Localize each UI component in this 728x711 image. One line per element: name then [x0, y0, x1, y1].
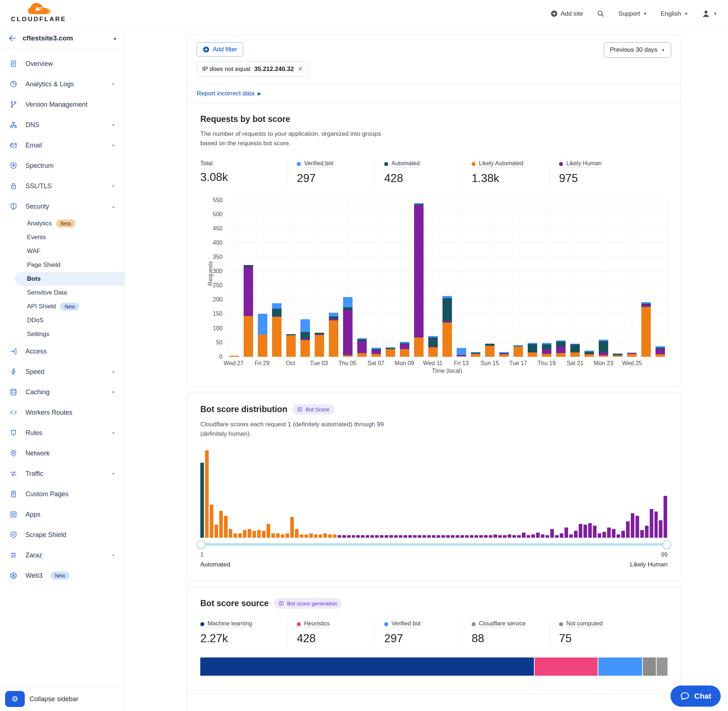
slider-handle-max[interactable]: [663, 540, 671, 549]
collapse-sidebar-button[interactable]: Collapse sidebar: [30, 695, 78, 703]
bot-score-badge[interactable]: Bot Score: [292, 404, 334, 415]
settings-gear-button[interactable]: ⚙: [5, 691, 25, 707]
bar-segment-likely-automated: [329, 320, 338, 356]
bot-score-generation-badge[interactable]: Bot score generation: [274, 598, 342, 609]
histogram-bar-score-34: [356, 535, 360, 538]
gear-icon: ⚙: [12, 695, 19, 704]
x-tick-label: Thu 05: [338, 360, 357, 367]
support-menu[interactable]: Support ▼: [619, 10, 647, 18]
slider-ends: 1 99: [200, 552, 667, 558]
stacked-bar: [528, 343, 537, 357]
sidebar-item-custom-pages[interactable]: Custom Pages: [0, 484, 124, 504]
chevron-down-icon: ▼: [111, 370, 115, 374]
sidebar-item-sensitive-data[interactable]: Sensitive Data: [0, 286, 124, 299]
language-menu[interactable]: English ▼: [661, 10, 688, 18]
stat-label-text[interactable]: Likely Automated: [479, 160, 523, 168]
stat-label-text[interactable]: Heuristics: [304, 620, 329, 628]
sidebar-item-web3[interactable]: Web3New: [0, 565, 124, 586]
report-incorrect-data-link[interactable]: Report incorrect data ▶: [196, 90, 261, 97]
stacked-bar: [613, 354, 622, 357]
cloudflare-logo[interactable]: CLOUDFLARE: [11, 2, 69, 26]
histogram-bar-score-19: [285, 533, 289, 538]
sidebar-item-zaraz[interactable]: Zaraz▼: [0, 545, 124, 565]
sidebar-item-traffic[interactable]: Traffic▼: [0, 463, 124, 484]
stat-not-computed: Not computed75: [549, 620, 636, 647]
histogram-bar-score-70: [527, 535, 530, 538]
sidebar-item-overview[interactable]: Overview: [0, 53, 124, 74]
sidebar-item-ddos[interactable]: DDoS: [0, 313, 124, 327]
sidebar-item-label: Speed: [25, 368, 44, 376]
chart-bar-slot: [241, 200, 255, 357]
stacked-bar: [542, 343, 551, 357]
rules-icon: [9, 429, 18, 437]
sidebar-item-speed[interactable]: Speed▼: [0, 361, 124, 382]
sidebar-item-network[interactable]: Network: [0, 443, 124, 463]
speed-icon: [9, 368, 18, 376]
histogram-bar-score-50: [432, 535, 436, 538]
chart-bar-slot: [511, 200, 525, 357]
sidebar-item-caching[interactable]: Caching▼: [0, 382, 124, 402]
stacked-bar: [641, 302, 651, 357]
sidebar-item-access[interactable]: Access: [0, 341, 124, 361]
stat-label-text[interactable]: Automated: [391, 160, 419, 168]
site-expand-icon[interactable]: ▸: [114, 36, 117, 41]
stat-label-text[interactable]: Likely Human: [566, 160, 602, 168]
histogram-bar-score-83: [588, 523, 592, 538]
bar-segment-likely-automated: [627, 354, 636, 357]
bar-segment-likely-automated: [400, 349, 409, 356]
stat-machine-learning: Machine learning2.27k: [200, 620, 287, 647]
stat-label-text[interactable]: Machine learning: [208, 620, 252, 628]
add-filter-button[interactable]: Add filter: [196, 42, 243, 57]
histogram-bar-score-97: [654, 512, 658, 538]
sidebar-item-label: Email: [25, 142, 42, 149]
stat-label-text[interactable]: Not computed: [566, 620, 603, 628]
sidebar-item-apps[interactable]: Apps: [0, 504, 124, 525]
sidebar-item-analytics[interactable]: AnalyticsBeta: [0, 217, 124, 230]
sidebar-item-security[interactable]: Security▲: [0, 196, 124, 217]
stat-label-text[interactable]: Verified bot: [391, 620, 421, 628]
chevron-down-icon: ▼: [111, 472, 115, 476]
workers-icon: [9, 409, 18, 416]
bar-segment-likely-automated: [499, 354, 509, 356]
stat-label: Cloudflare service: [472, 620, 540, 628]
histogram-bar-score-32: [347, 535, 351, 538]
sidebar-item-label: Custom Pages: [25, 490, 68, 498]
header-actions: Add site Support ▼ English ▼ ▼: [551, 9, 717, 18]
sidebar-footer: ⚙ Collapse sidebar: [0, 687, 124, 711]
sidebar-item-workers-routes[interactable]: Workers Routes: [0, 402, 124, 423]
filter-chip[interactable]: IP does not equal 35.212.240.32 ✕: [196, 62, 309, 77]
sidebar-item-label: Version Management: [25, 101, 87, 109]
slider-handle-min[interactable]: [196, 540, 205, 549]
sidebar-item-label: Access: [25, 348, 47, 356]
bar-segment-likely-automated: [570, 353, 580, 357]
sidebar-item-scrape-shield[interactable]: Scrape Shield: [0, 525, 124, 545]
sidebar-item-settings[interactable]: Settings: [0, 327, 124, 341]
sidebar-item-api-shield[interactable]: API ShieldNew: [0, 299, 124, 313]
sidebar-item-dns[interactable]: DNS▼: [0, 115, 124, 135]
date-range-select[interactable]: Previous 30 days ▼: [604, 42, 671, 58]
back-arrow-icon[interactable]: [8, 34, 17, 43]
close-icon[interactable]: ✕: [298, 65, 303, 73]
stat-label-text[interactable]: Cloudflare service: [479, 620, 526, 628]
sidebar-item-waf[interactable]: WAF: [0, 244, 124, 258]
sidebar-item-bots[interactable]: Bots: [15, 272, 124, 286]
bar-segment-likely-automated: [371, 354, 381, 357]
histogram-bar-score-76: [555, 535, 559, 538]
sidebar-item-spectrum[interactable]: Spectrum: [0, 155, 124, 176]
add-site-button[interactable]: Add site: [551, 10, 583, 18]
sidebar-item-page-shield[interactable]: Page Shield: [0, 258, 124, 272]
sidebar-item-version-management[interactable]: Version Management: [0, 94, 124, 115]
sidebar-item-label: API Shield: [27, 303, 56, 310]
chat-button[interactable]: Chat: [670, 686, 721, 707]
bar-segment-likely-automated: [272, 317, 282, 356]
sidebar-item-email[interactable]: Email▼: [0, 135, 124, 155]
stacked-bar: [343, 297, 353, 356]
sidebar-item-ssl-tls[interactable]: SSL/TLS▼: [0, 176, 124, 196]
account-menu[interactable]: ▼: [702, 9, 717, 18]
sidebar-item-analytics-logs[interactable]: Analytics & Logs▼: [0, 74, 124, 94]
histogram-bar-score-56: [460, 535, 464, 538]
stat-label-text[interactable]: Verified bot: [304, 160, 333, 168]
search-button[interactable]: [597, 10, 604, 18]
sidebar-item-rules[interactable]: Rules▼: [0, 423, 124, 443]
sidebar-item-events[interactable]: Events: [0, 230, 124, 244]
